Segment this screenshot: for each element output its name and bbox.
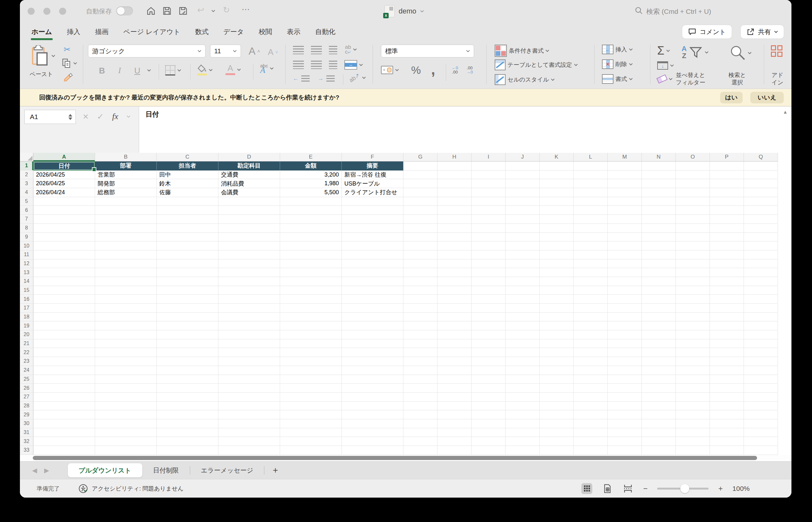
close-window-button[interactable] <box>27 8 35 15</box>
row-header-33[interactable]: 33 <box>20 446 34 455</box>
grid-cell-G15[interactable] <box>403 286 437 295</box>
grid-cell-J22[interactable] <box>506 348 540 357</box>
bold-icon[interactable]: B <box>99 66 105 76</box>
grid-cell-C12[interactable] <box>157 259 218 268</box>
grid-cell-F5[interactable] <box>342 197 403 206</box>
grid-cell-O28[interactable] <box>676 402 710 410</box>
grid-cell-G25[interactable] <box>403 375 437 384</box>
grid-cell-I30[interactable] <box>472 419 506 428</box>
row-header-26[interactable]: 26 <box>20 384 34 393</box>
percent-style-icon[interactable]: % <box>411 64 421 76</box>
grid-cell-H11[interactable] <box>437 250 472 259</box>
tab-formulas[interactable]: 数式 <box>195 23 209 41</box>
grid-cell-N7[interactable] <box>642 215 676 224</box>
grid-cell-D7[interactable] <box>218 215 280 224</box>
grid-cell-P33[interactable] <box>710 446 744 455</box>
grid-cell-A32[interactable] <box>34 437 95 446</box>
grid-cell-C28[interactable] <box>157 402 218 410</box>
column-header-I[interactable]: I <box>472 153 506 161</box>
table-header-cell-F1[interactable]: 摘要 <box>342 161 403 170</box>
grid-cell-G33[interactable] <box>403 446 437 455</box>
grid-cell-H21[interactable] <box>437 339 472 348</box>
row-header-9[interactable]: 9 <box>20 233 34 242</box>
grid-cell-A10[interactable] <box>34 241 95 250</box>
grid-cell-Q12[interactable] <box>744 259 778 268</box>
grid-cell-J33[interactable] <box>506 446 540 455</box>
grid-cell-H7[interactable] <box>437 215 472 224</box>
cut-icon[interactable]: ✂ <box>64 45 71 55</box>
grid-cell-L31[interactable] <box>574 428 608 437</box>
grid-cell-L22[interactable] <box>574 348 608 357</box>
grid-cell-L3[interactable] <box>574 179 608 188</box>
find-select-icon[interactable] <box>729 45 752 61</box>
grid-cell-H28[interactable] <box>437 402 472 410</box>
grid-cell-M19[interactable] <box>608 321 642 330</box>
undo-chevron-icon[interactable] <box>211 9 215 12</box>
grid-cell-P2[interactable] <box>710 170 744 179</box>
grid-cell-F28[interactable] <box>342 402 403 410</box>
grid-cell-O4[interactable] <box>676 188 710 197</box>
grid-cell-G6[interactable] <box>403 206 437 215</box>
cancel-entry-icon[interactable]: × <box>83 111 88 122</box>
grid-cell-N19[interactable] <box>642 321 676 330</box>
grid-cell-E32[interactable] <box>280 437 342 446</box>
grid-cell-Q29[interactable] <box>744 410 778 419</box>
grid-cell-F7[interactable] <box>342 215 403 224</box>
grid-cell-N13[interactable] <box>642 268 676 277</box>
select-all-corner[interactable] <box>20 153 34 161</box>
grid-cell-Q27[interactable] <box>744 393 778 402</box>
grid-cell-N6[interactable] <box>642 206 676 215</box>
grid-cell-J28[interactable] <box>506 402 540 410</box>
grid-cell-G2[interactable] <box>403 170 437 179</box>
grid-cell-B13[interactable] <box>95 268 157 277</box>
grid-cell-E14[interactable] <box>280 277 342 286</box>
grid-cell-O18[interactable] <box>676 313 710 322</box>
grid-cell-E29[interactable] <box>280 410 342 419</box>
grid-cell-F11[interactable] <box>342 250 403 259</box>
redo-icon[interactable]: ↻ <box>223 4 230 15</box>
insert-cells-button[interactable]: ← 挿入 <box>602 45 633 54</box>
grid-cell-M21[interactable] <box>608 339 642 348</box>
grid-cell-D16[interactable] <box>218 295 280 304</box>
format-as-table-button[interactable]: テーブルとして書式設定 <box>495 59 578 70</box>
tab-data[interactable]: データ <box>223 23 244 41</box>
grid-cell-G12[interactable] <box>403 259 437 268</box>
grid-cell-Q17[interactable] <box>744 304 778 313</box>
grid-cell-O12[interactable] <box>676 259 710 268</box>
grid-cell-L29[interactable] <box>574 410 608 419</box>
grid-cell-N31[interactable] <box>642 428 676 437</box>
row-header-14[interactable]: 14 <box>20 277 34 286</box>
format-cells-button[interactable]: 書式 <box>602 74 633 84</box>
grid-cell-I19[interactable] <box>472 321 506 330</box>
grid-cell-G18[interactable] <box>403 313 437 322</box>
grid-cell-E12[interactable] <box>280 259 342 268</box>
grid-cell-K22[interactable] <box>540 348 574 357</box>
grid-cell-I13[interactable] <box>472 268 506 277</box>
column-header-C[interactable]: C <box>157 153 218 161</box>
grid-cell-F4[interactable]: クライアント打合せ <box>342 188 403 197</box>
grid-cell-A26[interactable] <box>34 384 95 393</box>
grid-cell-P13[interactable] <box>710 268 744 277</box>
grid-cell-M17[interactable] <box>608 304 642 313</box>
grid-cell-P16[interactable] <box>710 295 744 304</box>
grid-cell-B4[interactable]: 総務部 <box>95 188 157 197</box>
grid-cell-K5[interactable] <box>540 197 574 206</box>
grid-cell-B29[interactable] <box>95 410 157 419</box>
grid-cell-E31[interactable] <box>280 428 342 437</box>
wrap-text-icon[interactable]: abc⤶ <box>345 45 357 54</box>
grid-cell-E17[interactable] <box>280 304 342 313</box>
column-header-D[interactable]: D <box>218 153 280 161</box>
grid-cell-C7[interactable] <box>157 215 218 224</box>
grid-cell-J30[interactable] <box>506 419 540 428</box>
grid-cell-J25[interactable] <box>506 375 540 384</box>
grid-cell-C11[interactable] <box>157 250 218 259</box>
column-header-M[interactable]: M <box>608 153 642 161</box>
increase-decimal-icon[interactable]: ←0.00 <box>452 66 458 74</box>
save-as-icon[interactable] <box>178 6 188 16</box>
grid-cell-A12[interactable] <box>34 259 95 268</box>
grid-cell-E23[interactable] <box>280 357 342 366</box>
grid-cell-C17[interactable] <box>157 304 218 313</box>
grid-cell-P4[interactable] <box>710 188 744 197</box>
grid-cell-G28[interactable] <box>403 402 437 410</box>
grid-cell-G16[interactable] <box>403 295 437 304</box>
